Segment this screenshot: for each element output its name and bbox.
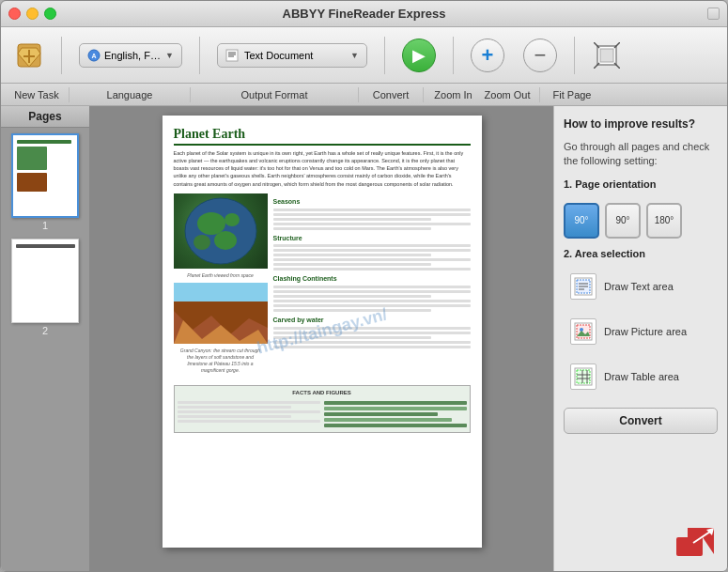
orient-180-button[interactable]: 180° xyxy=(646,203,682,239)
sep1 xyxy=(61,37,62,74)
new-task-label: New Task xyxy=(8,89,65,100)
right-convert-label: Convert xyxy=(619,414,661,427)
zoom-out-label: Zoom Out xyxy=(479,89,535,100)
output-format-dropdown[interactable]: Text Document ▼ xyxy=(217,43,367,68)
document-area[interactable]: Planet Earth Each planet of the Solar sy… xyxy=(90,106,553,571)
draw-text-icon xyxy=(570,273,596,300)
sep2 xyxy=(199,37,200,74)
toolbar-labels: New Task Language Output Format Convert … xyxy=(1,84,727,106)
resize-button[interactable] xyxy=(707,8,720,20)
zoom-in-label: Zoom In xyxy=(427,89,479,100)
orientation-buttons: 90° 90° 180° xyxy=(564,203,718,239)
svg-point-19 xyxy=(214,231,237,250)
minimize-button[interactable] xyxy=(26,8,39,20)
pages-scroll[interactable]: 1 2 xyxy=(1,128,89,571)
facts-section: FACTS AND FIGURES xyxy=(174,385,471,433)
orient-90r-label: 90° xyxy=(615,215,629,225)
doc-intro: Each planet of the Solar system is uniqu… xyxy=(174,149,471,188)
canyon-image xyxy=(174,283,268,344)
pages-panel: Pages xyxy=(1,106,90,571)
fit-page-label: Fit Page xyxy=(544,89,600,100)
language-value: English, Fr... xyxy=(104,50,162,61)
convert-label: Convert xyxy=(363,89,419,100)
output-format-arrow: ▼ xyxy=(350,51,359,60)
svg-line-15 xyxy=(614,63,620,69)
zoom-in-button[interactable]: + xyxy=(465,35,510,76)
orient-90-button[interactable]: 90° xyxy=(564,203,599,239)
svg-rect-6 xyxy=(226,50,238,61)
svg-line-12 xyxy=(594,42,599,48)
close-button[interactable] xyxy=(8,8,21,20)
svg-rect-11 xyxy=(600,49,613,62)
toolbar: A English, Fr... ▼ Text Document ▼ xyxy=(1,27,727,84)
page-thumb-1[interactable]: 1 xyxy=(11,133,79,231)
maximize-button[interactable] xyxy=(44,8,56,20)
document-page: Planet Earth Each planet of the Solar sy… xyxy=(163,116,482,548)
sep3 xyxy=(384,37,385,74)
svg-point-18 xyxy=(225,213,240,226)
output-format-label: Output Format xyxy=(194,89,354,100)
page2-label: 2 xyxy=(42,325,48,336)
right-panel-title: How to improve results? xyxy=(564,117,718,131)
play-icon[interactable]: ▶ xyxy=(402,39,436,72)
language-dropdown[interactable]: A English, Fr... ▼ xyxy=(79,43,182,68)
fit-page-button[interactable] xyxy=(586,37,627,74)
draw-picture-icon xyxy=(570,318,596,345)
sep5 xyxy=(574,37,575,74)
zoom-in-icon[interactable]: + xyxy=(471,39,504,72)
draw-text-area-button[interactable]: Draw Text area xyxy=(564,269,718,304)
svg-line-14 xyxy=(594,63,599,69)
language-dropdown-arrow: ▼ xyxy=(165,51,174,60)
titlebar: ABBYY FineReader Express xyxy=(1,1,727,27)
doc-col-right: Seasons Structure Clashing Contin xyxy=(273,193,471,378)
draw-table-icon xyxy=(570,363,596,390)
section1-label: 1. Page orientation xyxy=(564,178,718,190)
app-title: ABBYY FineReader Express xyxy=(283,7,446,21)
content-area: Pages xyxy=(1,106,727,571)
svg-point-17 xyxy=(197,212,225,235)
svg-line-13 xyxy=(614,42,620,48)
logo-icon xyxy=(676,528,714,556)
new-task-button[interactable] xyxy=(8,37,50,74)
zoom-out-icon[interactable]: − xyxy=(523,39,557,72)
pages-header: Pages xyxy=(1,106,89,128)
draw-picture-label: Draw Picture area xyxy=(604,326,687,337)
svg-rect-36 xyxy=(577,370,590,383)
doc-columns: Planet Earth viewed from space Grand Can… xyxy=(174,193,471,378)
svg-text:A: A xyxy=(91,53,96,59)
earth-image xyxy=(174,193,268,269)
page-thumb-img-1[interactable] xyxy=(11,133,79,218)
fit-page-icon xyxy=(592,40,622,70)
right-panel: How to improve results? Go through all p… xyxy=(553,106,727,571)
section2-label: 2. Area selection xyxy=(564,248,718,259)
sep4 xyxy=(453,37,454,74)
window-controls xyxy=(8,8,56,20)
language-selector[interactable]: A English, Fr... ▼ xyxy=(73,39,188,71)
orient-90-label: 90° xyxy=(574,215,588,225)
orient-180-label: 180° xyxy=(655,215,674,225)
draw-picture-area-button[interactable]: Draw Picture area xyxy=(564,314,718,349)
logo-area xyxy=(564,524,718,560)
draw-text-label: Draw Text area xyxy=(604,281,674,292)
output-format-selector[interactable]: Text Document ▼ xyxy=(211,39,373,71)
page-thumb-2[interactable]: 2 xyxy=(11,239,79,336)
page-thumb-img-2[interactable] xyxy=(11,239,79,323)
draw-table-area-button[interactable]: Draw Table area xyxy=(564,359,718,394)
right-convert-button[interactable]: Convert xyxy=(564,408,718,434)
doc-col-left: Planet Earth viewed from space Grand Can… xyxy=(174,193,268,378)
output-format-value: Text Document xyxy=(244,50,347,61)
new-task-icon xyxy=(14,40,44,70)
convert-button[interactable]: ▶ xyxy=(396,35,441,76)
svg-point-20 xyxy=(194,235,210,250)
zoom-out-button[interactable]: − xyxy=(518,35,563,76)
page1-label: 1 xyxy=(42,220,48,231)
right-panel-description: Go through all pages and check the follo… xyxy=(564,140,718,169)
doc-title: Planet Earth xyxy=(174,125,471,146)
draw-table-label: Draw Table area xyxy=(604,371,679,382)
app-window: ABBYY FineReader Express A xyxy=(0,0,728,572)
orient-90r-button[interactable]: 90° xyxy=(605,203,641,239)
language-label: Language xyxy=(73,89,186,100)
